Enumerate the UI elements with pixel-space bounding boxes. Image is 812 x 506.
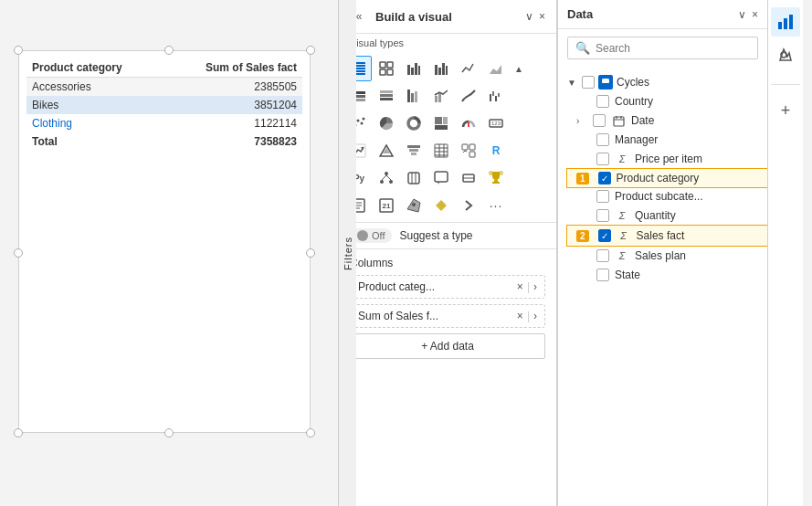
svg-point-80 [412, 203, 416, 206]
visual-container: Product category Sum of Sales fact Acces… [18, 50, 311, 433]
pill-remove-product[interactable]: × [517, 280, 523, 293]
tree-item-sales-plan[interactable]: Σ Sales plan [567, 246, 767, 266]
visual-type-more[interactable]: ··· [483, 193, 509, 218]
build-panel-close[interactable]: × [539, 10, 545, 23]
cell-bikes-value: 3851204 [163, 96, 302, 114]
visual-type-bubble[interactable] [428, 165, 454, 191]
svg-rect-11 [415, 63, 417, 75]
tree-item-date[interactable]: › Date [567, 111, 767, 131]
visual-type-combo[interactable] [428, 83, 454, 109]
resize-handle[interactable] [14, 428, 23, 437]
visual-type-pie[interactable] [374, 111, 399, 136]
tree-item-product-subcat[interactable]: Product subcate... [567, 187, 767, 206]
checkbox-country[interactable] [596, 95, 609, 108]
svg-rect-72 [494, 180, 498, 182]
visual-type-diamond[interactable] [428, 193, 454, 218]
cell-accessories: Accessories [26, 78, 163, 97]
toggle-label: Off [372, 230, 385, 241]
visual-type-stacked-col[interactable] [401, 83, 427, 109]
visual-type-r-script[interactable]: R [483, 138, 509, 163]
tree-item-price[interactable]: Σ Price per item [567, 149, 767, 169]
visual-type-funnel[interactable] [401, 138, 427, 163]
resize-handle[interactable] [306, 428, 315, 437]
build-panel: « Build a visual ∨ × Visual types [338, 0, 557, 506]
visual-types-row-6: 21 ··· [346, 193, 549, 218]
visual-type-col-chart[interactable] [428, 56, 454, 81]
visual-type-line-chart[interactable] [456, 56, 481, 81]
visual-type-area-chart[interactable] [483, 56, 509, 81]
resize-handle[interactable] [164, 428, 174, 437]
visualizations-icon-btn[interactable] [771, 7, 800, 37]
visual-types-grid: ▲ [339, 52, 556, 223]
svg-point-60 [385, 172, 388, 175]
visual-type-box[interactable] [456, 165, 481, 191]
resize-handle[interactable] [14, 46, 23, 55]
tree-group-header[interactable]: ▼ Cycles [558, 72, 767, 92]
checkbox-manager[interactable] [596, 133, 609, 146]
table-row-total: Total 7358823 [26, 132, 302, 151]
tree-item-manager[interactable]: Manager [567, 131, 767, 149]
visual-type-matrix[interactable] [374, 56, 399, 81]
visual-type-card[interactable]: 123 [483, 111, 509, 136]
svg-rect-57 [462, 144, 468, 150]
checkbox-sales-fact[interactable] [598, 229, 611, 242]
visual-type-number[interactable]: 21 [374, 193, 399, 218]
add-visual-button[interactable]: + [771, 96, 800, 125]
checkbox-price[interactable] [596, 153, 609, 165]
visual-type-gauge[interactable] [456, 111, 481, 136]
checkbox-quantity[interactable] [596, 209, 609, 222]
checkbox-state[interactable] [596, 269, 609, 281]
resize-handle[interactable] [164, 46, 174, 55]
svg-rect-22 [380, 94, 393, 97]
visual-type-ribbon[interactable] [456, 83, 481, 109]
checkbox-date[interactable] [593, 114, 606, 127]
tree-item-sales-fact[interactable]: 2 Σ Sales fact [567, 226, 767, 246]
visual-type-ai[interactable] [401, 165, 427, 191]
svg-rect-10 [411, 68, 414, 75]
tree-group-checkbox[interactable] [582, 76, 595, 89]
pill-remove-sales[interactable]: × [517, 310, 523, 322]
tree-item-state[interactable]: State [567, 266, 767, 284]
visual-type-multi[interactable] [456, 138, 481, 163]
filters-tab[interactable]: Filters [338, 0, 356, 506]
resize-handle[interactable] [306, 46, 315, 55]
svg-rect-65 [408, 173, 419, 184]
data-panel-chevron[interactable]: ∨ [738, 8, 746, 21]
resize-handle[interactable] [306, 248, 315, 258]
database-icon [598, 75, 613, 90]
visual-type-table2[interactable] [428, 138, 454, 163]
visual-type-100-stacked[interactable] [374, 83, 399, 109]
visual-type-treemap[interactable] [428, 111, 454, 136]
visual-types-row-2 [346, 83, 549, 109]
search-icon: 🔍 [575, 41, 590, 55]
tree-item-country[interactable]: Country [567, 92, 767, 111]
cell-bikes: Bikes [26, 96, 163, 114]
pill-expand-product[interactable]: › [533, 280, 537, 293]
visual-type-donut[interactable] [401, 111, 427, 136]
checkbox-product-category[interactable] [598, 172, 611, 184]
tree-item-quantity[interactable]: Σ Quantity [567, 206, 767, 226]
visual-type-trophy[interactable] [483, 165, 509, 191]
add-data-button[interactable]: + Add data [350, 333, 545, 359]
visual-types-scroll-up[interactable]: ▲ [511, 56, 527, 81]
format-icon-btn[interactable] [771, 40, 800, 69]
checkbox-product-subcat[interactable] [596, 190, 609, 203]
label-price: Price per item [635, 153, 758, 165]
tree-item-product-category[interactable]: 1 Product category [567, 169, 767, 187]
visual-type-bar-chart[interactable] [401, 56, 427, 81]
pill-expand-sales[interactable]: › [533, 310, 537, 322]
table-visual: Product category Sum of Sales fact Acces… [19, 51, 310, 158]
checkbox-sales-plan[interactable] [596, 249, 609, 262]
date-expand-icon[interactable]: › [576, 116, 587, 126]
build-panel-chevron[interactable]: ∨ [525, 10, 533, 23]
visual-type-map-triangle[interactable] [374, 138, 399, 163]
visual-type-decomp[interactable] [374, 165, 399, 191]
canvas-panel: ··· Product category Sum of Sales fact A… [0, 0, 338, 506]
visual-type-waterfall[interactable] [483, 83, 509, 109]
resize-handle[interactable] [14, 248, 23, 258]
visual-type-filled-map[interactable] [401, 193, 427, 218]
svg-rect-21 [380, 90, 393, 93]
search-input[interactable] [596, 42, 750, 55]
visual-type-chevron-right[interactable] [456, 193, 481, 218]
data-panel-close[interactable]: × [752, 8, 758, 21]
